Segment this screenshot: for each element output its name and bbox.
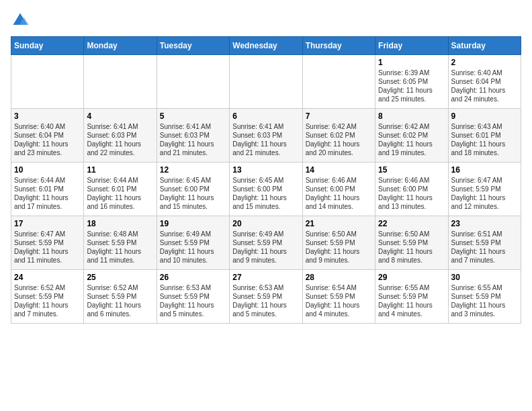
calendar-cell [157, 55, 229, 109]
day-number: 28 [306, 273, 372, 282]
calendar-cell: 4Sunrise: 6:41 AM Sunset: 6:03 PM Daylig… [84, 109, 157, 163]
weekday-header-saturday: Saturday [448, 37, 521, 55]
calendar-cell: 2Sunrise: 6:40 AM Sunset: 6:04 PM Daylig… [448, 55, 521, 109]
calendar-cell: 16Sunrise: 6:47 AM Sunset: 5:59 PM Dayli… [448, 163, 521, 216]
day-number: 15 [378, 165, 445, 175]
day-info: Sunrise: 6:50 AM Sunset: 5:59 PM Dayligh… [306, 230, 372, 265]
calendar-cell: 19Sunrise: 6:49 AM Sunset: 5:59 PM Dayli… [157, 216, 229, 270]
day-number: 22 [378, 219, 445, 228]
day-number: 17 [14, 219, 81, 228]
calendar-table: SundayMondayTuesdayWednesdayThursdayFrid… [11, 36, 521, 324]
day-number: 11 [87, 165, 153, 175]
calendar-cell [11, 55, 84, 109]
day-number: 7 [306, 111, 372, 121]
calendar-cell: 20Sunrise: 6:49 AM Sunset: 5:59 PM Dayli… [230, 216, 302, 270]
day-info: Sunrise: 6:41 AM Sunset: 6:03 PM Dayligh… [232, 122, 299, 157]
calendar-cell [84, 55, 157, 109]
logo [11, 11, 32, 30]
day-number: 29 [378, 273, 445, 282]
day-info: Sunrise: 6:40 AM Sunset: 6:04 PM Dayligh… [14, 122, 81, 157]
day-number: 27 [232, 273, 299, 282]
weekday-header-monday: Monday [84, 37, 157, 55]
day-info: Sunrise: 6:46 AM Sunset: 6:00 PM Dayligh… [378, 176, 445, 211]
day-number: 25 [87, 273, 153, 282]
day-number: 21 [306, 219, 372, 228]
calendar-cell: 6Sunrise: 6:41 AM Sunset: 6:03 PM Daylig… [230, 109, 302, 163]
week-row-4: 17Sunrise: 6:47 AM Sunset: 5:59 PM Dayli… [11, 216, 521, 270]
calendar-cell: 18Sunrise: 6:48 AM Sunset: 5:59 PM Dayli… [84, 216, 157, 270]
day-number: 20 [232, 219, 299, 228]
day-info: Sunrise: 6:47 AM Sunset: 5:59 PM Dayligh… [451, 176, 518, 211]
day-number: 8 [378, 111, 445, 121]
day-info: Sunrise: 6:51 AM Sunset: 5:59 PM Dayligh… [451, 230, 518, 265]
day-info: Sunrise: 6:40 AM Sunset: 6:04 PM Dayligh… [451, 68, 518, 103]
calendar-cell: 22Sunrise: 6:50 AM Sunset: 5:59 PM Dayli… [375, 216, 448, 270]
day-info: Sunrise: 6:47 AM Sunset: 5:59 PM Dayligh… [14, 230, 81, 265]
week-row-5: 24Sunrise: 6:52 AM Sunset: 5:59 PM Dayli… [11, 270, 521, 324]
day-info: Sunrise: 6:52 AM Sunset: 5:59 PM Dayligh… [14, 283, 81, 318]
calendar-cell: 10Sunrise: 6:44 AM Sunset: 6:01 PM Dayli… [11, 163, 84, 216]
day-info: Sunrise: 6:45 AM Sunset: 6:00 PM Dayligh… [160, 176, 226, 211]
day-info: Sunrise: 6:42 AM Sunset: 6:02 PM Dayligh… [306, 122, 372, 157]
calendar-cell: 5Sunrise: 6:41 AM Sunset: 6:03 PM Daylig… [157, 109, 229, 163]
day-info: Sunrise: 6:48 AM Sunset: 5:59 PM Dayligh… [87, 230, 153, 265]
day-number: 13 [232, 165, 299, 175]
day-info: Sunrise: 6:49 AM Sunset: 5:59 PM Dayligh… [160, 230, 226, 265]
calendar-cell: 23Sunrise: 6:51 AM Sunset: 5:59 PM Dayli… [448, 216, 521, 270]
calendar-cell: 24Sunrise: 6:52 AM Sunset: 5:59 PM Dayli… [11, 270, 84, 324]
day-number: 9 [451, 111, 518, 121]
page-header [11, 11, 521, 30]
weekday-header-sunday: Sunday [11, 37, 84, 55]
calendar-cell: 13Sunrise: 6:45 AM Sunset: 6:00 PM Dayli… [230, 163, 302, 216]
day-info: Sunrise: 6:54 AM Sunset: 5:59 PM Dayligh… [306, 283, 372, 318]
calendar-cell: 7Sunrise: 6:42 AM Sunset: 6:02 PM Daylig… [302, 109, 375, 163]
calendar-cell: 9Sunrise: 6:43 AM Sunset: 6:01 PM Daylig… [448, 109, 521, 163]
day-info: Sunrise: 6:49 AM Sunset: 5:59 PM Dayligh… [232, 230, 299, 265]
day-number: 2 [451, 58, 518, 67]
day-info: Sunrise: 6:45 AM Sunset: 6:00 PM Dayligh… [232, 176, 299, 211]
day-info: Sunrise: 6:43 AM Sunset: 6:01 PM Dayligh… [451, 122, 518, 157]
day-info: Sunrise: 6:53 AM Sunset: 5:59 PM Dayligh… [160, 283, 226, 318]
day-number: 24 [14, 273, 81, 282]
week-row-1: 1Sunrise: 6:39 AM Sunset: 6:05 PM Daylig… [11, 55, 521, 109]
weekday-header-thursday: Thursday [302, 37, 375, 55]
day-number: 3 [14, 111, 81, 121]
day-number: 30 [451, 273, 518, 282]
day-info: Sunrise: 6:50 AM Sunset: 5:59 PM Dayligh… [378, 230, 445, 265]
day-info: Sunrise: 6:41 AM Sunset: 6:03 PM Dayligh… [160, 122, 226, 157]
calendar-cell: 8Sunrise: 6:42 AM Sunset: 6:02 PM Daylig… [375, 109, 448, 163]
day-info: Sunrise: 6:44 AM Sunset: 6:01 PM Dayligh… [14, 176, 81, 211]
weekday-header-row: SundayMondayTuesdayWednesdayThursdayFrid… [11, 37, 521, 55]
calendar-cell: 17Sunrise: 6:47 AM Sunset: 5:59 PM Dayli… [11, 216, 84, 270]
day-info: Sunrise: 6:42 AM Sunset: 6:02 PM Dayligh… [378, 122, 445, 157]
day-number: 19 [160, 219, 226, 228]
calendar-cell: 27Sunrise: 6:53 AM Sunset: 5:59 PM Dayli… [230, 270, 302, 324]
day-number: 18 [87, 219, 153, 228]
logo-icon [11, 11, 30, 30]
weekday-header-friday: Friday [375, 37, 448, 55]
day-number: 1 [378, 58, 445, 67]
day-number: 4 [87, 111, 153, 121]
day-number: 14 [306, 165, 372, 175]
calendar-cell: 14Sunrise: 6:46 AM Sunset: 6:00 PM Dayli… [302, 163, 375, 216]
day-info: Sunrise: 6:41 AM Sunset: 6:03 PM Dayligh… [87, 122, 153, 157]
day-number: 16 [451, 165, 518, 175]
calendar-cell: 25Sunrise: 6:52 AM Sunset: 5:59 PM Dayli… [84, 270, 157, 324]
calendar-cell: 11Sunrise: 6:44 AM Sunset: 6:01 PM Dayli… [84, 163, 157, 216]
weekday-header-wednesday: Wednesday [230, 37, 302, 55]
calendar-cell: 15Sunrise: 6:46 AM Sunset: 6:00 PM Dayli… [375, 163, 448, 216]
calendar-cell: 12Sunrise: 6:45 AM Sunset: 6:00 PM Dayli… [157, 163, 229, 216]
day-number: 12 [160, 165, 226, 175]
day-info: Sunrise: 6:55 AM Sunset: 5:59 PM Dayligh… [378, 283, 445, 318]
calendar-cell: 1Sunrise: 6:39 AM Sunset: 6:05 PM Daylig… [375, 55, 448, 109]
day-info: Sunrise: 6:53 AM Sunset: 5:59 PM Dayligh… [232, 283, 299, 318]
day-number: 10 [14, 165, 81, 175]
day-number: 5 [160, 111, 226, 121]
calendar-cell [230, 55, 302, 109]
week-row-3: 10Sunrise: 6:44 AM Sunset: 6:01 PM Dayli… [11, 163, 521, 216]
day-number: 23 [451, 219, 518, 228]
calendar-cell [302, 55, 375, 109]
day-info: Sunrise: 6:39 AM Sunset: 6:05 PM Dayligh… [378, 68, 445, 103]
day-info: Sunrise: 6:44 AM Sunset: 6:01 PM Dayligh… [87, 176, 153, 211]
calendar-cell: 3Sunrise: 6:40 AM Sunset: 6:04 PM Daylig… [11, 109, 84, 163]
